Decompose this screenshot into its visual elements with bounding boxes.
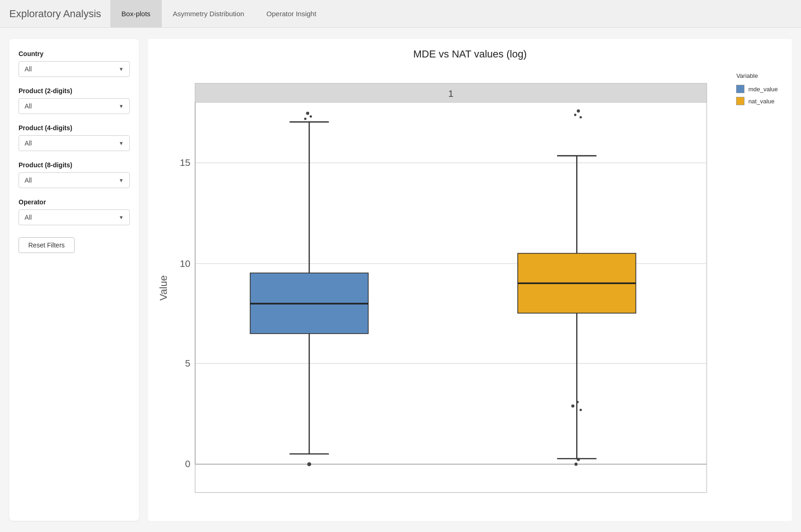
- filter-value-operator: All: [25, 214, 32, 221]
- chart-title: MDE vs NAT values (log): [413, 48, 527, 60]
- svg-point-21: [306, 112, 309, 115]
- filter-group-product2: Product (2-digits) All ▼: [19, 87, 130, 114]
- filter-select-country[interactable]: All ▼: [19, 61, 130, 77]
- filter-group-product4: Product (4-digits) All ▼: [19, 124, 130, 151]
- svg-point-31: [577, 458, 580, 461]
- tab-operator[interactable]: Operator Insight: [255, 0, 328, 27]
- tab-asymmetry[interactable]: Asymmetry Distribution: [162, 0, 255, 27]
- filter-label-product8: Product (8-digits): [19, 161, 130, 169]
- svg-point-35: [574, 114, 576, 116]
- nav-tabs: Box-plots Asymmetry Distribution Operato…: [110, 0, 327, 27]
- chevron-down-icon: ▼: [119, 103, 124, 109]
- chart-svg-area: 1 0 5 10 15 Value: [156, 68, 722, 510]
- boxplot-svg: 1 0 5 10 15 Value: [156, 68, 722, 508]
- filter-select-product4[interactable]: All ▼: [19, 135, 130, 151]
- chevron-down-icon: ▼: [119, 140, 124, 146]
- legend-panel: Variable mde_value nat_value: [730, 68, 784, 110]
- svg-point-37: [579, 116, 582, 118]
- sidebar-panel: Country All ▼ Product (2-digits) All ▼ P…: [9, 39, 139, 521]
- mde-color-swatch: [736, 85, 744, 93]
- filter-label-product4: Product (4-digits): [19, 124, 130, 132]
- chart-container: MDE vs NAT values (log) 1: [148, 39, 792, 521]
- main-content: Country All ▼ Product (2-digits) All ▼ P…: [0, 28, 801, 532]
- filter-select-operator[interactable]: All ▼: [19, 209, 130, 225]
- reset-filters-button[interactable]: Reset Filters: [19, 237, 75, 253]
- svg-point-30: [574, 462, 578, 466]
- legend-label-nat: nat_value: [748, 98, 774, 105]
- legend-label-mde: mde_value: [748, 86, 778, 93]
- filter-value-country: All: [25, 65, 32, 73]
- legend-item-mde: mde_value: [736, 85, 778, 93]
- filter-label-operator: Operator: [19, 198, 130, 206]
- chevron-down-icon: ▼: [119, 215, 124, 220]
- svg-text:15: 15: [180, 158, 191, 168]
- chevron-down-icon: ▼: [119, 66, 124, 72]
- filter-value-product8: All: [25, 177, 32, 184]
- filter-select-product8[interactable]: All ▼: [19, 172, 130, 188]
- nav-bar: Exploratory Analysis Box-plots Asymmetry…: [0, 0, 801, 28]
- filter-group-product8: Product (8-digits) All ▼: [19, 161, 130, 188]
- legend-item-nat: nat_value: [736, 97, 778, 105]
- filter-value-product2: All: [25, 102, 32, 110]
- svg-text:Value: Value: [158, 275, 169, 301]
- filter-group-operator: Operator All ▼: [19, 198, 130, 225]
- filter-value-product4: All: [25, 139, 32, 147]
- svg-point-23: [304, 118, 306, 120]
- svg-text:10: 10: [180, 259, 191, 269]
- svg-point-33: [576, 401, 578, 403]
- filter-label-product2: Product (2-digits): [19, 87, 130, 95]
- chevron-down-icon: ▼: [119, 177, 124, 183]
- tab-boxplots[interactable]: Box-plots: [110, 0, 162, 27]
- app-title: Exploratory Analysis: [5, 0, 110, 27]
- nat-color-swatch: [736, 97, 744, 105]
- svg-text:1: 1: [448, 89, 453, 99]
- svg-point-22: [310, 115, 312, 118]
- svg-point-20: [307, 462, 311, 466]
- svg-point-32: [571, 405, 574, 408]
- filter-select-product2[interactable]: All ▼: [19, 98, 130, 114]
- svg-text:5: 5: [185, 358, 190, 368]
- chart-wrapper: 1 0 5 10 15 Value: [156, 68, 784, 510]
- legend-title: Variable: [736, 72, 778, 79]
- svg-point-36: [577, 109, 580, 113]
- filter-group-country: Country All ▼: [19, 50, 130, 77]
- filter-label-country: Country: [19, 50, 130, 57]
- svg-text:0: 0: [185, 459, 190, 469]
- svg-point-34: [579, 409, 582, 411]
